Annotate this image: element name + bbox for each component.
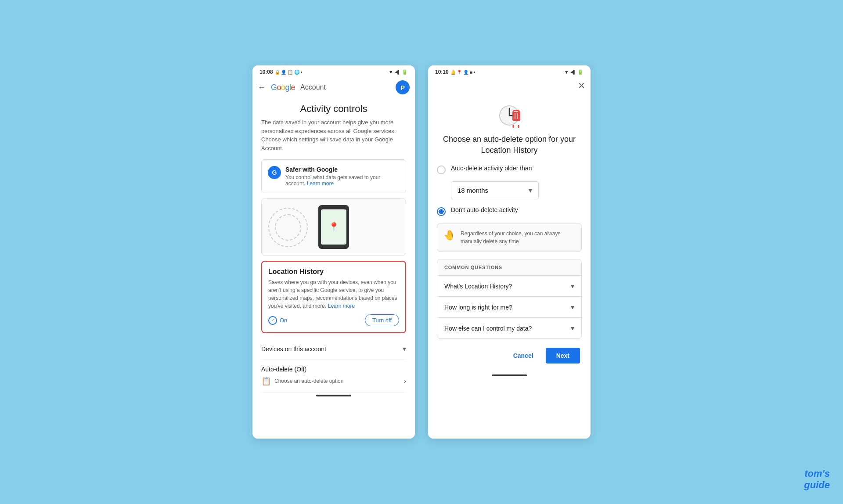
cq-label-0: What's Location History? xyxy=(444,283,512,290)
location-history-title: Location History xyxy=(268,268,399,276)
cq-arrow-1-icon: ▾ xyxy=(571,303,574,311)
radio-auto-delete[interactable] xyxy=(437,166,446,174)
toms-guide-watermark: tom's guide xyxy=(804,468,830,491)
page-desc-left: The data saved in your account helps giv… xyxy=(261,118,406,152)
google-shield-icon: G xyxy=(268,166,281,179)
right-page-title: Choose an auto-delete option for your Lo… xyxy=(441,134,577,156)
cq-arrow-2-icon: ▾ xyxy=(571,324,574,332)
account-label: Account xyxy=(300,83,326,91)
info-text: Regardless of your choice, you can alway… xyxy=(461,230,575,245)
next-button[interactable]: Next xyxy=(546,348,580,364)
auto-delete-icon: 📋 xyxy=(261,376,271,386)
status-icons-right: 🔔 📍 👤 ■ • xyxy=(450,70,476,75)
auto-delete-option-label: Auto-delete activity older than xyxy=(451,165,532,172)
devices-section[interactable]: Devices on this account ▾ xyxy=(261,338,406,360)
months-dropdown[interactable]: 18 months ▾ xyxy=(451,181,539,199)
location-pin-icon: 📍 xyxy=(328,222,339,232)
cq-item-2[interactable]: How else can I control my data? ▾ xyxy=(437,318,581,338)
avatar[interactable]: P xyxy=(396,80,410,94)
clock-graphic xyxy=(494,99,525,130)
dot-circle-large xyxy=(268,208,308,247)
close-button[interactable]: ✕ xyxy=(578,80,585,91)
months-value: 18 months xyxy=(458,187,488,194)
bottom-bar-left xyxy=(252,392,415,401)
auto-delete-section: Auto-delete (Off) 📋 Choose an auto-delet… xyxy=(261,360,406,392)
phone-illustration: 📍 xyxy=(318,205,349,249)
status-time-left: 10:08 xyxy=(259,69,273,75)
safer-google-card: G Safer with Google You control what dat… xyxy=(261,159,406,193)
clock-svg-icon xyxy=(494,99,525,130)
no-auto-delete-label: Don't auto-delete activity xyxy=(451,206,518,213)
cq-label-2: How else can I control my data? xyxy=(444,325,532,332)
status-right-right: ▼ ◀▌ 🔋 xyxy=(564,69,584,75)
cq-arrow-0-icon: ▾ xyxy=(571,282,574,290)
safer-learn-more[interactable]: Learn more xyxy=(307,180,334,187)
location-history-card: Location History Saves where you go with… xyxy=(261,261,406,333)
google-logo: Google xyxy=(271,83,295,92)
turn-off-button[interactable]: Turn off xyxy=(365,314,399,326)
left-content: Activity controls The data saved in your… xyxy=(252,98,415,392)
devices-label: Devices on this account xyxy=(261,346,326,353)
bottom-actions: Cancel Next xyxy=(437,348,582,364)
phone-header-left: ← Google Account P xyxy=(252,77,415,98)
info-box: 🤚 Regardless of your choice, you can alw… xyxy=(437,223,582,252)
back-button[interactable]: ← xyxy=(258,83,266,92)
check-circle-icon: ✓ xyxy=(268,316,277,325)
bottom-bar-right xyxy=(428,372,591,381)
phone-screen-inner: 📍 xyxy=(321,209,346,245)
safer-title: Safer with Google xyxy=(285,166,400,173)
common-questions-section: COMMON QUESTIONS What's Location History… xyxy=(437,259,582,339)
devices-chevron-icon: ▾ xyxy=(403,345,406,353)
svg-rect-3 xyxy=(512,111,520,121)
toms-text: tom's xyxy=(804,468,830,479)
radio-no-auto-delete[interactable] xyxy=(437,207,446,216)
guide-text: guide xyxy=(804,479,830,491)
bottom-indicator-right xyxy=(492,374,527,376)
safer-desc: You control what data gets saved to your… xyxy=(285,174,400,187)
location-footer: ✓ On Turn off xyxy=(268,314,399,326)
auto-delete-label: Auto-delete (Off) xyxy=(261,366,306,373)
no-auto-delete-option[interactable]: Don't auto-delete activity xyxy=(437,206,582,216)
hand-icon: 🤚 xyxy=(443,230,455,241)
on-status: ✓ On xyxy=(268,316,287,325)
status-icons-left: 🔒 👤 📋 🌐 • xyxy=(275,70,303,75)
on-label: On xyxy=(280,317,287,324)
auto-delete-sub[interactable]: 📋 Choose an auto-delete option › xyxy=(261,376,406,386)
status-bar-right: 10:10 🔔 📍 👤 ■ • ▼ ◀▌ 🔋 xyxy=(428,65,591,77)
status-bar-left: 10:08 🔒 👤 📋 🌐 • ▼ ◀▌ 🔋 xyxy=(252,65,415,77)
auto-delete-sublabel: Choose an auto-delete option xyxy=(274,378,343,384)
cq-label-1: How long is right for me? xyxy=(444,304,512,311)
right-content: Choose an auto-delete option for your Lo… xyxy=(428,134,591,372)
status-right-left: ▼ ◀▌ 🔋 xyxy=(389,69,408,75)
auto-delete-option[interactable]: Auto-delete activity older than xyxy=(437,165,582,174)
location-learn-more[interactable]: Learn more xyxy=(328,303,355,309)
location-history-desc: Saves where you go with your devices, ev… xyxy=(268,278,399,310)
safer-text: Safer with Google You control what data … xyxy=(285,166,400,187)
page-title-left: Activity controls xyxy=(261,103,406,115)
map-illustration-card: 📍 xyxy=(261,198,406,256)
dropdown-arrow-icon: ▾ xyxy=(529,186,532,194)
auto-delete-row: Auto-delete (Off) xyxy=(261,366,406,373)
cq-item-1[interactable]: How long is right for me? ▾ xyxy=(437,297,581,318)
common-questions-header: COMMON QUESTIONS xyxy=(437,259,581,276)
cancel-button[interactable]: Cancel xyxy=(508,348,539,364)
right-phone-screen: 10:10 🔔 📍 👤 ■ • ▼ ◀▌ 🔋 ✕ xyxy=(428,65,591,439)
bottom-indicator-left xyxy=(316,395,351,396)
cq-item-0[interactable]: What's Location History? ▾ xyxy=(437,276,581,297)
left-phone-screen: 10:08 🔒 👤 📋 🌐 • ▼ ◀▌ 🔋 ← Google Account … xyxy=(252,65,415,439)
right-header: ✕ xyxy=(428,77,591,94)
status-time-right: 10:10 xyxy=(435,69,449,75)
clock-icon-container xyxy=(428,99,591,130)
auto-delete-chevron-icon: › xyxy=(404,377,406,385)
